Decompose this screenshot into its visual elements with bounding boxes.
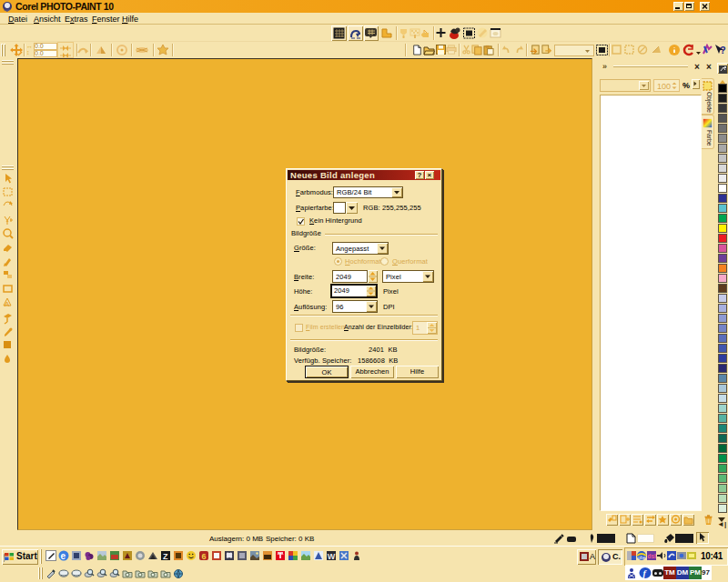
svg-text:?: ? [720,45,726,55]
svg-text:Z: Z [163,552,168,561]
svg-text:6: 6 [202,552,207,561]
svg-text:W: W [328,552,336,561]
svg-text:e: e [61,551,66,561]
svg-text:A: A [5,300,10,308]
svg-text:dsl: dsl [648,553,657,559]
svg-text:obe: obe [638,555,646,560]
